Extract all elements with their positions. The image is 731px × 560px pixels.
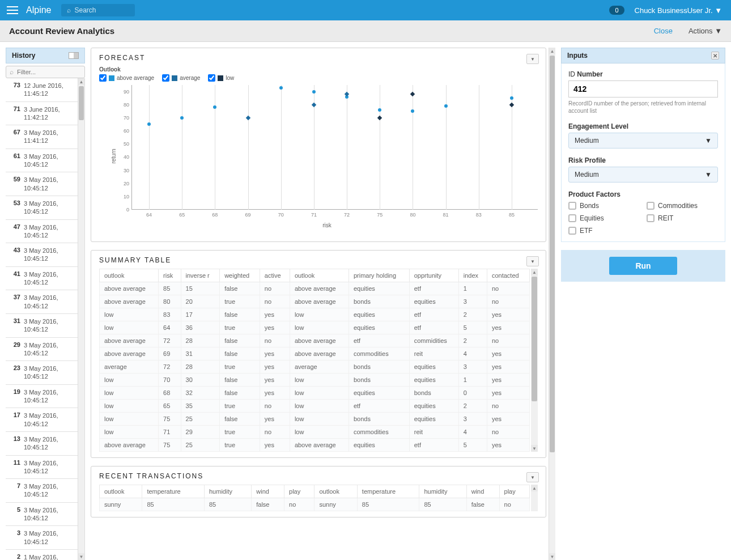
table-header: weighted (220, 269, 260, 282)
legend: above average average low (99, 74, 538, 82)
recent-table: outlooktemperaturehumiditywindplayoutloo… (99, 485, 530, 511)
history-panel: History ⌕ 7312 June 2016, 11:45:12713 Ju… (6, 48, 85, 560)
history-item[interactable]: 193 May 2016, 10:45:12 (6, 385, 78, 409)
table-row[interactable]: low7030falseyeslowbondsequities1yes (100, 374, 530, 387)
history-item[interactable]: 33 May 2016, 10:45:12 (6, 526, 78, 550)
checkbox-icon (647, 202, 654, 210)
actions-menu[interactable]: Actions ▼ (688, 27, 722, 35)
history-item[interactable]: 53 May 2016, 10:45:12 (6, 503, 78, 527)
data-point (213, 105, 216, 109)
table-row[interactable]: above average7228falsenoabove averageetf… (100, 334, 530, 347)
scroll-up-icon[interactable]: ▲ (531, 485, 538, 491)
history-item[interactable]: 7312 June 2016, 11:45:12 (6, 78, 78, 102)
factor-checkbox[interactable]: Equities (568, 214, 640, 222)
risk-select[interactable]: Medium▼ (568, 167, 718, 183)
history-item[interactable]: 433 May 2016, 10:45:12 (6, 243, 78, 267)
table-scrollbar[interactable]: ▲ ▼ (531, 269, 538, 452)
history-item[interactable]: 73 May 2016, 10:45:12 (6, 479, 78, 503)
data-point (444, 104, 448, 108)
table-row[interactable]: above average6931falseyesabove averageco… (100, 347, 530, 360)
filter-input[interactable] (17, 69, 81, 75)
table-header: wind (466, 485, 499, 498)
factor-checkbox[interactable]: Commodities (647, 202, 718, 210)
brand[interactable]: Alpine (26, 5, 51, 15)
history-item[interactable]: 673 May 2016, 11:41:12 (6, 125, 78, 149)
id-input[interactable] (568, 80, 718, 97)
history-item[interactable]: 293 May 2016, 10:45:12 (6, 338, 78, 362)
table-header: wind (252, 485, 284, 498)
history-item[interactable]: 473 May 2016, 10:45:12 (6, 220, 78, 244)
history-item[interactable]: 713 June 2016, 11:42:12 (6, 102, 78, 126)
data-point (279, 86, 283, 90)
table-row[interactable]: low8317falseyeslowequitiesetf2yes (100, 308, 530, 321)
table-row[interactable]: above average8020truenoabove averagebond… (100, 295, 530, 308)
legend-above[interactable]: above average (99, 74, 154, 82)
table-row[interactable]: average7228trueyesaveragebondsequities3y… (100, 360, 530, 374)
close-icon[interactable]: ✕ (711, 52, 719, 60)
table-row[interactable]: above average7525trueyesabove averageequ… (100, 439, 530, 452)
inputs-panel: Inputs ✕ ID Number RecordID number of th… (561, 48, 725, 560)
history-item[interactable]: 133 May 2016, 10:45:12 (6, 432, 78, 456)
history-item[interactable]: 21 May 2016, (6, 550, 78, 560)
table-row[interactable]: sunny8585falsenosunny8585falseno (100, 498, 530, 511)
recent-title: Recent Transactions (99, 472, 538, 480)
history-scrollbar[interactable]: ▲ ▼ (78, 78, 84, 560)
history-item[interactable]: 233 May 2016, 10:45:12 (6, 361, 78, 385)
table-scrollbar[interactable]: ▲ (531, 485, 538, 511)
filter-box[interactable]: ⌕ (6, 66, 85, 78)
engagement-select[interactable]: Medium▼ (568, 133, 718, 149)
inputs-header: Inputs ✕ (561, 48, 725, 63)
table-row[interactable]: low7129truenolowcommoditiesreit4no (100, 426, 530, 439)
card-menu-icon[interactable]: ▼ (526, 472, 539, 482)
table-row[interactable]: low6535truenolowetfequities2no (100, 400, 530, 413)
scroll-up-icon[interactable]: ▲ (549, 48, 555, 54)
table-row[interactable]: low6832falseyeslowequitiesbonds0yes (100, 387, 530, 400)
history-item[interactable]: 173 May 2016, 10:45:12 (6, 408, 78, 432)
forecast-card: Forecast ▼ Outlook above average average… (91, 48, 546, 242)
card-menu-icon[interactable]: ▼ (526, 54, 539, 64)
table-header: humidity (204, 485, 251, 498)
scroll-down-icon[interactable]: ▼ (78, 553, 84, 560)
legend-low[interactable]: low (208, 74, 234, 82)
id-label: ID Number (568, 70, 718, 78)
summary-card: Summary Table ▼ outlookriskinverse rweig… (91, 250, 546, 458)
panel-toggle-icon[interactable] (69, 52, 79, 59)
history-item[interactable]: 593 May 2016, 10:45:12 (6, 172, 78, 196)
run-button[interactable]: Run (609, 257, 677, 275)
history-item[interactable]: 113 May 2016, 10:45:12 (6, 456, 78, 480)
legend-average[interactable]: average (162, 74, 200, 82)
scroll-up-icon[interactable]: ▲ (531, 269, 538, 275)
data-point (510, 96, 513, 100)
history-item[interactable]: 373 May 2016, 10:45:12 (6, 290, 78, 314)
scroll-down-icon[interactable]: ▼ (549, 553, 555, 560)
factor-checkbox[interactable]: ETF (568, 227, 640, 235)
close-button[interactable]: Close (654, 27, 673, 35)
data-point (410, 92, 415, 96)
data-point (377, 116, 382, 120)
table-header: inverse r (181, 269, 220, 282)
table-header: outlook (290, 269, 348, 282)
table-row[interactable]: above average8515falsenoabove averageequ… (100, 282, 530, 295)
engagement-label: Engagement Level (568, 122, 718, 130)
notification-badge[interactable]: 0 (609, 6, 624, 15)
factor-checkbox[interactable]: REIT (647, 214, 718, 222)
scroll-down-icon[interactable]: ▼ (531, 445, 538, 452)
main-scrollbar[interactable]: ▲ ▼ (549, 48, 555, 560)
scroll-up-icon[interactable]: ▲ (78, 78, 84, 85)
search-box[interactable]: ⌕ (61, 4, 135, 16)
history-item[interactable]: 613 May 2016, 10:45:12 (6, 149, 78, 173)
id-hint: RecordID number of the person; retrieved… (568, 100, 718, 114)
menu-icon[interactable] (7, 6, 18, 14)
history-item[interactable]: 413 May 2016, 10:45:12 (6, 267, 78, 291)
factor-checkbox[interactable]: Bonds (568, 202, 640, 210)
user-menu[interactable]: Chuck BusinessUser Jr. ▼ (635, 6, 722, 15)
data-point (245, 116, 250, 120)
y-axis-label: return (110, 149, 117, 163)
search-input[interactable] (74, 6, 129, 14)
table-row[interactable]: low6436trueyeslowequitiesetf5yes (100, 321, 530, 334)
card-menu-icon[interactable]: ▼ (526, 256, 539, 266)
data-point (312, 103, 316, 107)
history-item[interactable]: 313 May 2016, 10:45:12 (6, 314, 78, 338)
table-row[interactable]: low7525falseyeslowbondsequities3yes (100, 413, 530, 426)
history-item[interactable]: 533 May 2016, 10:45:12 (6, 196, 78, 220)
